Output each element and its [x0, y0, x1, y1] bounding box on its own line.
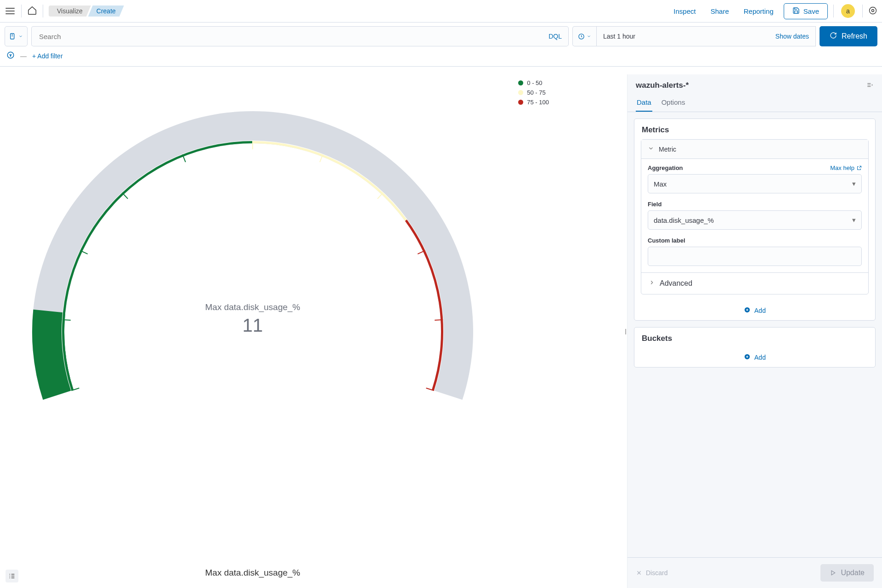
saved-queries-button[interactable] [5, 26, 28, 46]
legend-dot [518, 90, 523, 95]
search-input-wrapper [31, 26, 546, 46]
buckets-title: Buckets [634, 328, 875, 348]
add-metric-button[interactable]: Add [634, 301, 875, 320]
editor-sidebar: || wazuh-alerts-* Data Options Metrics [627, 74, 882, 588]
gauge-legend: 0 - 5050 - 7575 - 100 [518, 78, 549, 107]
chevron-down-icon [648, 145, 654, 153]
menu-toggle[interactable] [5, 6, 16, 17]
legend-label: 50 - 75 [527, 89, 545, 96]
legend-item[interactable]: 75 - 100 [518, 97, 549, 107]
refresh-icon [830, 32, 837, 41]
metric-toggle[interactable]: Metric [641, 140, 868, 159]
news-feed-icon[interactable] [868, 6, 877, 17]
field-select[interactable]: data.disk_usage_% ▾ [648, 210, 862, 230]
time-range[interactable]: Last 1 hour Show dates [596, 26, 816, 46]
legend-item[interactable]: 50 - 75 [518, 88, 549, 97]
share-link[interactable]: Share [706, 7, 734, 15]
legend-label: 0 - 50 [527, 79, 542, 86]
refresh-button[interactable]: Refresh [820, 26, 877, 46]
legend-dot [518, 80, 523, 85]
chevron-right-icon [649, 279, 655, 288]
visualization-area: Max data.disk_usage_% 11 Max data.disk_u… [0, 74, 627, 588]
save-label: Save [803, 7, 819, 15]
legend-label: 75 - 100 [527, 99, 549, 106]
reporting-link[interactable]: Reporting [739, 7, 778, 15]
tab-options[interactable]: Options [661, 96, 686, 112]
plus-circle-icon [744, 353, 751, 362]
chevron-down-icon: ▾ [852, 180, 856, 188]
custom-label-label: Custom label [648, 237, 685, 244]
avatar[interactable]: a [841, 4, 855, 18]
svg-point-1 [872, 9, 874, 11]
metric-label: Metric [659, 146, 676, 153]
divider [862, 5, 863, 17]
filter-icon[interactable] [6, 51, 15, 61]
legend-toggle-button[interactable] [6, 570, 18, 582]
divider [43, 5, 43, 17]
breadcrumb-create[interactable]: Create [88, 6, 124, 17]
svg-line-12 [378, 192, 383, 198]
buckets-panel: Buckets Add [634, 327, 876, 368]
svg-point-0 [870, 7, 876, 14]
collapse-sidebar-icon[interactable] [865, 82, 874, 90]
metrics-title: Metrics [634, 119, 875, 139]
inspect-link[interactable]: Inspect [669, 7, 700, 15]
gauge-value: 11 [0, 315, 505, 336]
refresh-label: Refresh [842, 32, 867, 40]
aggregation-help-link[interactable]: Max help [830, 164, 862, 171]
add-filter-link[interactable]: + Add filter [32, 52, 63, 60]
gauge-bottom-label: Max data.disk_usage_% [0, 568, 505, 578]
metrics-panel: Metrics Metric Aggregation Max help [634, 119, 876, 321]
query-language-switch[interactable]: DQL [542, 26, 569, 46]
field-label: Field [648, 201, 662, 208]
gauge-title: Max data.disk_usage_% [0, 302, 505, 312]
save-icon [792, 7, 800, 16]
legend-dot [518, 100, 523, 105]
svg-line-8 [122, 192, 128, 198]
search-input[interactable] [38, 32, 539, 41]
show-dates-link[interactable]: Show dates [775, 33, 809, 40]
breadcrumb: Visualize Create [49, 6, 124, 17]
tab-data[interactable]: Data [636, 96, 652, 112]
home-icon[interactable] [27, 6, 37, 17]
add-bucket-button[interactable]: Add [634, 348, 875, 367]
aggregation-select[interactable]: Max ▾ [648, 174, 862, 193]
metric-block: Metric Aggregation Max help Max ▾ [641, 139, 869, 294]
breadcrumb-visualize[interactable]: Visualize [49, 6, 91, 17]
save-button[interactable]: Save [784, 3, 828, 19]
discard-button[interactable]: Discard [636, 569, 667, 577]
gauge-chart [18, 88, 487, 439]
advanced-toggle[interactable]: Advanced [641, 272, 868, 294]
plus-circle-icon [744, 306, 751, 315]
divider [21, 5, 22, 17]
time-range-label: Last 1 hour [603, 33, 635, 40]
divider [833, 5, 834, 17]
chevron-down-icon: ▾ [852, 216, 856, 224]
index-pattern-title[interactable]: wazuh-alerts-* [636, 81, 689, 90]
update-button[interactable]: Update [820, 564, 874, 582]
aggregation-label: Aggregation [648, 164, 683, 171]
time-quick-select[interactable] [572, 26, 596, 46]
sidebar-splitter[interactable]: || [625, 328, 626, 334]
custom-label-input[interactable] [648, 247, 862, 266]
legend-item[interactable]: 0 - 50 [518, 78, 549, 88]
